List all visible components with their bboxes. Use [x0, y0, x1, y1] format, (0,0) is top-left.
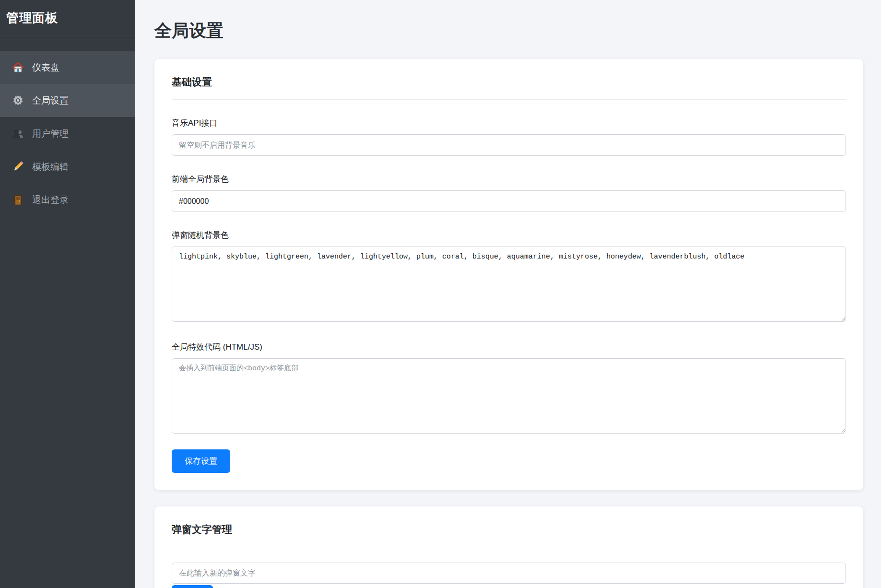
music-api-group: 音乐API接口 — [172, 118, 846, 156]
popup-text-card-title: 弹窗文字管理 — [172, 523, 846, 547]
sidebar-item-dashboard[interactable]: 仪表盘 — [0, 51, 135, 84]
global-bg-color-group: 前端全局背景色 — [172, 174, 846, 212]
gear-icon — [12, 94, 24, 107]
popup-text-card: 弹窗文字管理 添加 — [154, 506, 863, 588]
sidebar-title: 管理面板 — [0, 0, 135, 39]
sidebar-item-global-settings[interactable]: 全局设置 — [0, 84, 135, 117]
basic-settings-card: 基础设置 音乐API接口 前端全局背景色 弹窗随机背景色 lightpink, … — [154, 59, 863, 490]
music-api-label: 音乐API接口 — [172, 118, 846, 129]
door-icon — [12, 194, 24, 206]
sidebar-item-logout[interactable]: 退出登录 — [0, 183, 135, 216]
sidebar-nav: 仪表盘 全局设置 用户管理 — [0, 51, 135, 216]
sidebar: 管理面板 仪表盘 全局设置 — [0, 0, 135, 588]
add-popup-text-button[interactable]: 添加 — [172, 585, 213, 588]
global-bg-color-label: 前端全局背景色 — [172, 174, 846, 185]
global-effect-code-group: 全局特效代码 (HTML/JS) — [172, 341, 846, 435]
popup-random-bg-label: 弹窗随机背景色 — [172, 230, 846, 241]
main-content: 全局设置 基础设置 音乐API接口 前端全局背景色 弹窗随机背景色 lightp… — [135, 0, 881, 588]
popup-random-bg-group: 弹窗随机背景色 lightpink, skyblue, lightgreen, … — [172, 230, 846, 324]
sidebar-item-user-management[interactable]: 用户管理 — [0, 117, 135, 150]
global-bg-color-input[interactable] — [172, 190, 846, 212]
pencil-icon — [12, 161, 24, 173]
sidebar-item-template-edit[interactable]: 模板编辑 — [0, 150, 135, 183]
music-api-input[interactable] — [172, 134, 846, 156]
global-effect-code-label: 全局特效代码 (HTML/JS) — [172, 341, 846, 353]
sidebar-item-label: 仪表盘 — [32, 61, 59, 74]
popup-random-bg-textarea[interactable]: lightpink, skyblue, lightgreen, lavender… — [172, 247, 846, 322]
sidebar-item-label: 模板编辑 — [32, 161, 69, 173]
page-title: 全局设置 — [154, 19, 863, 43]
basic-settings-card-title: 基础设置 — [172, 75, 846, 100]
new-popup-text-group: 添加 — [172, 563, 846, 588]
users-icon — [12, 128, 24, 140]
global-effect-code-textarea[interactable] — [172, 358, 846, 434]
sidebar-item-label: 用户管理 — [32, 128, 69, 140]
save-settings-button[interactable]: 保存设置 — [172, 449, 230, 473]
sidebar-item-label: 退出登录 — [32, 194, 69, 206]
new-popup-text-input[interactable] — [172, 563, 846, 584]
house-icon — [12, 61, 24, 74]
sidebar-item-label: 全局设置 — [32, 94, 69, 107]
